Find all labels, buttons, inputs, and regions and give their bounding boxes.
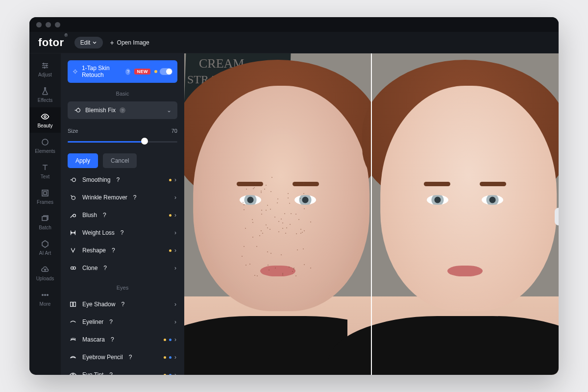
eyebrow-icon [69,353,77,361]
tool-weight[interactable]: Weight Loss?› [68,224,177,242]
compare-divider[interactable] [371,53,372,375]
tool-reshape[interactable]: Reshape?› [68,242,177,259]
help-icon[interactable]: ? [125,69,130,75]
traffic-light-max[interactable] [55,22,60,27]
svg-rect-2 [42,190,48,196]
help-icon[interactable]: ? [103,265,107,271]
open-image-button[interactable]: + Open Image [110,39,149,46]
edit-menu[interactable]: Edit [74,37,103,49]
blue-dot-icon [169,374,172,375]
traffic-light-close[interactable] [36,22,42,27]
freckle [270,191,271,192]
rail-item-uploads[interactable]: Uploads [29,260,61,286]
frame-icon [41,189,49,197]
tool-mascara[interactable]: Mascara?› [68,331,177,348]
tool-eyebrow[interactable]: Eyebrow Pencil?› [68,348,177,366]
rail-item-effects[interactable]: Effects [29,82,61,107]
freckle [288,197,289,198]
tool-clone[interactable]: Clone?› [68,259,177,277]
freckle [270,253,271,254]
help-icon[interactable]: ? [121,229,124,236]
help-icon[interactable]: ? [116,176,120,183]
traffic-light-min[interactable] [46,22,51,27]
freckle [292,271,293,272]
chevron-down-icon: ⌄ [167,107,172,114]
help-icon[interactable]: ? [120,107,125,113]
feature-toggle[interactable] [160,68,172,75]
tool-label: Mascara [82,336,105,343]
freckle [253,188,254,189]
freckle [249,264,250,265]
eye-icon [41,112,49,121]
eye-shape [482,195,503,205]
freckle [282,222,283,223]
tool-label: Blush [82,212,97,219]
rail-item-beauty[interactable]: Beauty [29,107,61,133]
svg-rect-15 [74,302,75,307]
rail-label: Text [41,174,49,179]
freckle [243,202,244,203]
section-eyes-heading: Eyes [68,285,177,291]
tool-eyeshadow[interactable]: Eye Shadow?› [68,295,177,313]
svg-point-16 [72,374,74,375]
freckle [261,214,262,215]
text-icon [41,163,49,172]
chevron-right-icon: › [174,301,176,308]
chevron-right-icon: › [174,247,176,254]
rail-item-batch[interactable]: Batch [29,209,61,235]
ai-icon [41,240,49,248]
side-handle[interactable] [555,208,559,225]
tool-wrinkle[interactable]: Wrinkle Remover?› [68,189,177,206]
rail-label: Batch [39,225,51,230]
tool-label: Reshape [82,247,106,254]
brand-text: fotor [38,36,64,49]
svg-point-0 [44,116,46,118]
rail-item-elements[interactable]: Elements [29,133,61,158]
left-rail: Adjust Effects Beauty Elements Text Fram… [29,53,61,375]
brand-logo: fotor® [38,36,68,49]
premium-dot-icon [169,179,172,181]
apply-button[interactable]: Apply [68,153,98,168]
slider-thumb[interactable] [141,138,148,145]
blemish-fix-select[interactable]: Blemish Fix ? ⌄ [68,101,177,119]
help-icon[interactable]: ? [109,318,113,325]
help-icon[interactable]: ? [103,212,106,219]
help-icon[interactable]: ? [111,336,114,343]
blue-dot-icon [169,339,172,341]
freckle [267,227,268,228]
tool-blush[interactable]: Blush?› [68,206,177,224]
help-icon[interactable]: ? [112,247,115,254]
tool-label: Eyeliner [82,318,103,325]
tool-smoothing[interactable]: Smoothing?› [68,171,177,189]
chevron-right-icon: › [174,336,176,343]
rail-item-more[interactable]: More [29,286,61,311]
help-icon[interactable]: ? [133,194,137,201]
tool-eyetint[interactable]: Eye Tint?› [68,366,177,375]
help-icon[interactable]: ? [109,371,113,375]
brow-shape [480,182,506,186]
freckle [293,269,294,270]
open-image-label: Open Image [117,39,149,46]
slider-label: Size [68,128,78,134]
rail-item-text[interactable]: Text [29,158,61,184]
eye-shape [240,195,261,205]
tool-label: Smoothing [82,176,110,183]
help-icon[interactable]: ? [129,354,132,361]
size-slider[interactable] [68,138,177,145]
freckle [275,268,276,269]
rail-label: AI Art [39,250,51,256]
rail-item-frames[interactable]: Frames [29,184,61,209]
face-shape [193,86,369,311]
tool-label: Clone [82,265,98,271]
canvas[interactable]: CREAM STRAW HOT CH [184,53,559,375]
cancel-button[interactable]: Cancel [103,153,137,168]
help-icon[interactable]: ? [121,301,124,308]
rail-item-ai-art[interactable]: AI Art [29,235,61,260]
freckle [269,270,270,270]
weight-icon [69,229,77,237]
freckle [300,198,301,199]
tool-eyeliner[interactable]: Eyeliner?› [68,313,177,331]
rail-item-adjust[interactable]: Adjust [29,56,61,82]
face-shape [380,86,557,311]
one-tap-retouch[interactable]: 1-Tap Skin Retouch ? NEW [68,60,177,83]
